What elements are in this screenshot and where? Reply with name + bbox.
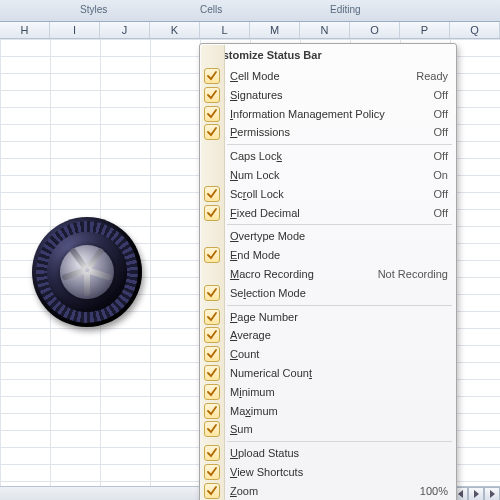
check-icon [204,309,220,325]
column-header[interactable]: P [400,22,450,38]
ribbon-group-label: Editing [330,4,361,15]
menu-item-label: Scroll Lock [230,188,284,200]
menu-item-label: Selection Mode [230,287,306,299]
column-header[interactable]: K [150,22,200,38]
menu-item-label: Average [230,329,271,341]
menu-title: Customize Status Bar [200,45,456,67]
menu-item[interactable]: Selection Mode [200,284,456,303]
menu-item[interactable]: End Mode [200,246,456,265]
menu-item-status: On [433,166,448,185]
menu-item[interactable]: Macro RecordingNot Recording [200,265,456,284]
menu-item-label: Zoom [230,485,258,497]
menu-item-label: Caps Lock [230,150,282,162]
menu-item-label: Numerical Count [230,367,312,379]
menu-item[interactable]: Fixed DecimalOff [200,204,456,223]
menu-item[interactable]: PermissionsOff [200,123,456,142]
menu-item-label: Permissions [230,126,290,138]
check-icon [204,483,220,499]
column-header[interactable]: Q [450,22,500,38]
menu-item-label: Overtype Mode [230,230,305,242]
chevron-right-icon [490,490,495,498]
check-icon [204,87,220,103]
menu-item-status: Off [434,86,448,105]
menu-item-label: Information Management Policy [230,108,385,120]
check-icon [204,186,220,202]
check-icon [204,403,220,419]
menu-item[interactable]: Num LockOn [200,166,456,185]
menu-item-label: Num Lock [230,169,280,181]
column-header[interactable]: N [300,22,350,38]
menu-item-status: Off [434,123,448,142]
menu-item-label: Signatures [230,89,283,101]
menu-item[interactable]: View Shortcuts [200,463,456,482]
menu-item[interactable]: Scroll LockOff [200,185,456,204]
menu-item[interactable]: Page Number [200,308,456,327]
menu-item[interactable]: Information Management PolicyOff [200,105,456,124]
check-icon [204,384,220,400]
menu-item[interactable]: Zoom100% [200,482,456,500]
menu-item-status: Off [434,147,448,166]
menu-item[interactable]: Overtype Mode [200,227,456,246]
column-header[interactable]: H [0,22,50,38]
menu-item-status: Ready [416,67,448,86]
menu-item-label: Minimum [230,386,275,398]
menu-item-status: Off [434,105,448,124]
chevron-right-icon [474,490,479,498]
menu-item-label: Count [230,348,259,360]
menu-item[interactable]: Caps LockOff [200,147,456,166]
menu-item[interactable]: Sum [200,420,456,439]
check-icon [204,365,220,381]
chevron-left-icon [458,490,463,498]
check-icon [204,247,220,263]
menu-item[interactable]: SignaturesOff [200,86,456,105]
check-icon [204,445,220,461]
column-header[interactable]: O [350,22,400,38]
menu-item-label: Maximum [230,405,278,417]
scroll-end-button[interactable] [484,487,500,500]
check-icon [204,346,220,362]
column-header[interactable]: J [100,22,150,38]
menu-item-status: 100% [420,482,448,500]
menu-item-status: Off [434,185,448,204]
customize-status-bar-menu[interactable]: Customize Status Bar Cell ModeReadySigna… [199,43,457,500]
menu-item-label: End Mode [230,249,280,261]
menu-item[interactable]: Numerical Count [200,364,456,383]
menu-item-status: Not Recording [378,265,448,284]
menu-item-label: Cell Mode [230,70,280,82]
column-headers: HIJKLMNOPQ [0,22,500,39]
scroll-right-button[interactable] [468,487,484,500]
check-icon [204,464,220,480]
menu-item-label: Page Number [230,311,298,323]
menu-item[interactable]: Count [200,345,456,364]
menu-item-label: Upload Status [230,447,299,459]
check-icon [204,68,220,84]
menu-item-status: Off [434,204,448,223]
menu-item-label: Macro Recording [230,268,314,280]
column-header[interactable]: M [250,22,300,38]
ribbon-strip: StylesCellsEditing [0,0,500,22]
menu-item[interactable]: Minimum [200,383,456,402]
column-header[interactable]: L [200,22,250,38]
check-icon [204,205,220,221]
check-icon [204,124,220,140]
menu-item[interactable]: Average [200,326,456,345]
column-header[interactable]: I [50,22,100,38]
check-icon [204,421,220,437]
check-icon [204,285,220,301]
check-icon [204,327,220,343]
tire-image[interactable] [32,217,142,327]
menu-item-label: Sum [230,423,253,435]
menu-item[interactable]: Upload Status [200,444,456,463]
menu-item[interactable]: Cell ModeReady [200,67,456,86]
ribbon-group-label: Cells [200,4,222,15]
check-icon [204,106,220,122]
ribbon-group-label: Styles [80,4,107,15]
menu-item[interactable]: Maximum [200,402,456,421]
menu-item-label: View Shortcuts [230,466,303,478]
menu-item-label: Fixed Decimal [230,207,300,219]
